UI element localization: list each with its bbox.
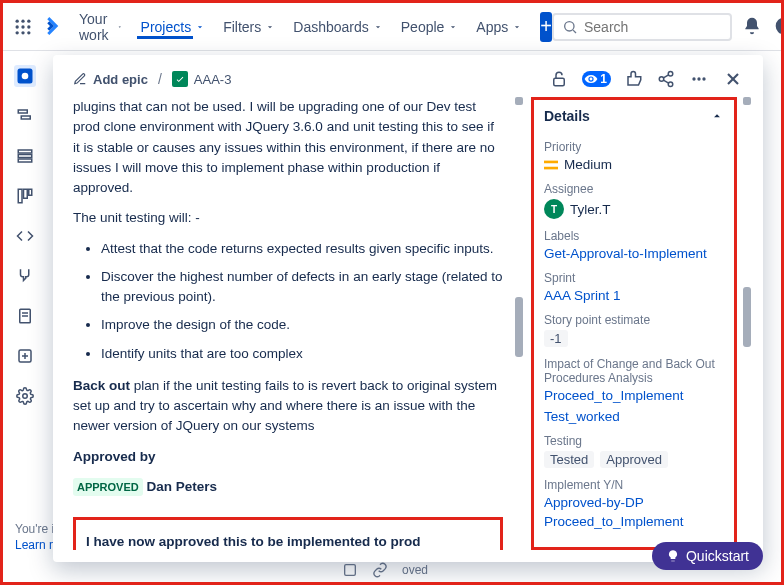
svg-point-1 <box>21 19 24 22</box>
svg-line-10 <box>573 30 576 33</box>
svg-rect-42 <box>544 160 558 163</box>
svg-point-9 <box>565 21 574 30</box>
issue-key-link[interactable]: AAA-3 <box>172 71 232 87</box>
eye-icon <box>584 72 598 86</box>
more-actions-icon[interactable] <box>689 69 709 89</box>
svg-rect-18 <box>18 155 32 158</box>
help-icon[interactable]: ? <box>774 16 784 38</box>
issue-modal: Add epic / AAA-3 1 plugins that can not … <box>53 55 763 562</box>
sidebar-project-icon[interactable] <box>14 65 36 87</box>
top-nav: Your work Projects Filters Dashboards Pe… <box>3 3 781 51</box>
assignee-avatar: T <box>544 199 564 219</box>
priority-medium-icon <box>544 158 558 172</box>
svg-rect-17 <box>18 150 32 153</box>
label-link[interactable]: Get-Approval-to-Implement <box>544 246 707 261</box>
create-button[interactable]: + <box>540 12 552 42</box>
add-epic-button[interactable]: Add epic <box>73 72 148 87</box>
sidebar-releases-icon[interactable] <box>14 265 36 287</box>
testing-value: Tested <box>544 451 594 468</box>
svg-rect-21 <box>24 189 28 198</box>
field-assignee[interactable]: Assignee TTyler.T <box>544 182 724 219</box>
svg-rect-20 <box>18 189 22 203</box>
svg-point-6 <box>16 31 19 34</box>
svg-point-33 <box>659 77 664 82</box>
like-icon[interactable] <box>625 70 643 88</box>
nav-your-work[interactable]: Your work <box>71 7 131 47</box>
breadcrumb-separator: / <box>158 71 162 87</box>
description-bullets: Attest that the code returns expected re… <box>101 239 503 364</box>
highlighted-comment: I have now approved this to be implement… <box>73 517 503 550</box>
svg-line-35 <box>663 75 668 78</box>
approver-line: APPROVED Dan Peters <box>73 477 503 497</box>
nav-apps[interactable]: Apps <box>468 15 530 39</box>
svg-rect-31 <box>554 78 565 86</box>
field-sprint[interactable]: Sprint AAA Sprint 1 <box>544 271 724 303</box>
svg-point-38 <box>697 77 700 80</box>
share-icon[interactable] <box>657 70 675 88</box>
search-input-wrap[interactable] <box>552 13 732 41</box>
sidebar-code-icon[interactable] <box>14 225 36 247</box>
svg-point-32 <box>668 72 673 77</box>
svg-text:?: ? <box>780 19 784 32</box>
svg-rect-43 <box>544 166 558 169</box>
testing-value: Approved <box>600 451 668 468</box>
implement-value[interactable]: Approved-by-DP <box>544 495 644 510</box>
modal-header: Add epic / AAA-3 1 <box>53 55 763 93</box>
svg-line-36 <box>663 80 668 83</box>
notifications-icon[interactable] <box>742 16 764 38</box>
left-scrollbar[interactable] <box>513 97 523 550</box>
svg-rect-30 <box>345 565 356 576</box>
approved-lozenge: APPROVED <box>73 478 143 497</box>
sidebar-pages-icon[interactable] <box>14 305 36 327</box>
nav-people[interactable]: People <box>393 15 467 39</box>
field-implement[interactable]: Implement Y/N Approved-by-DP Proceed_to_… <box>544 478 724 529</box>
description-paragraph: The unit testing will: - <box>73 208 503 228</box>
impact-value[interactable]: Test_worked <box>544 409 620 424</box>
field-labels[interactable]: Labels Get-Approval-to-Implement <box>544 229 724 261</box>
primary-nav: Your work Projects Filters Dashboards Pe… <box>71 7 530 47</box>
pencil-icon <box>73 72 87 86</box>
sidebar-roadmap-icon[interactable] <box>14 105 36 127</box>
sidebar-settings-icon[interactable] <box>14 385 36 407</box>
issue-type-icon <box>172 71 188 87</box>
field-impact[interactable]: Impact of Change and Back Out Procedures… <box>544 357 724 424</box>
svg-point-8 <box>27 31 30 34</box>
sidebar-board-icon[interactable] <box>14 185 36 207</box>
jira-logo-icon[interactable] <box>39 15 61 39</box>
svg-rect-19 <box>18 159 32 162</box>
svg-point-37 <box>692 77 695 80</box>
search-icon <box>562 19 578 35</box>
nav-filters[interactable]: Filters <box>215 15 283 39</box>
watch-button[interactable]: 1 <box>582 71 611 87</box>
nav-projects[interactable]: Projects <box>133 15 214 39</box>
sidebar-add-item-icon[interactable] <box>14 345 36 367</box>
svg-point-4 <box>21 25 24 28</box>
svg-point-14 <box>22 73 29 80</box>
nav-dashboards[interactable]: Dashboards <box>285 15 391 39</box>
right-scrollbar[interactable] <box>741 97 751 550</box>
field-priority[interactable]: Priority Medium <box>544 140 724 172</box>
description-area[interactable]: plugins that can not be used. I will be … <box>73 97 509 550</box>
details-panel: Details Priority Medium Assignee TTyler.… <box>531 97 737 550</box>
lock-icon[interactable] <box>550 70 568 88</box>
sidebar-backlog-icon[interactable] <box>14 145 36 167</box>
list-item: Attest that the code returns expected re… <box>101 239 503 259</box>
attachment-icon[interactable] <box>342 562 358 578</box>
link-icon[interactable] <box>372 562 388 578</box>
quickstart-button[interactable]: Quickstart <box>652 542 763 570</box>
impact-value[interactable]: Proceed_to_Implement <box>544 388 684 403</box>
close-icon[interactable] <box>723 69 743 89</box>
svg-point-0 <box>16 19 19 22</box>
svg-point-29 <box>23 394 28 399</box>
svg-point-7 <box>21 31 24 34</box>
field-testing[interactable]: Testing Tested Approved <box>544 434 724 468</box>
svg-point-2 <box>27 19 30 22</box>
backout-paragraph: Back out plan if the unit testing fails … <box>73 376 503 437</box>
field-story-points[interactable]: Story point estimate -1 <box>544 313 724 347</box>
chevron-up-icon <box>710 109 724 123</box>
sprint-link[interactable]: AAA Sprint 1 <box>544 288 621 303</box>
search-input[interactable] <box>584 19 704 35</box>
details-toggle[interactable]: Details <box>544 108 724 130</box>
implement-value[interactable]: Proceed_to_Implement <box>544 514 684 529</box>
app-switcher-icon[interactable] <box>13 15 33 39</box>
